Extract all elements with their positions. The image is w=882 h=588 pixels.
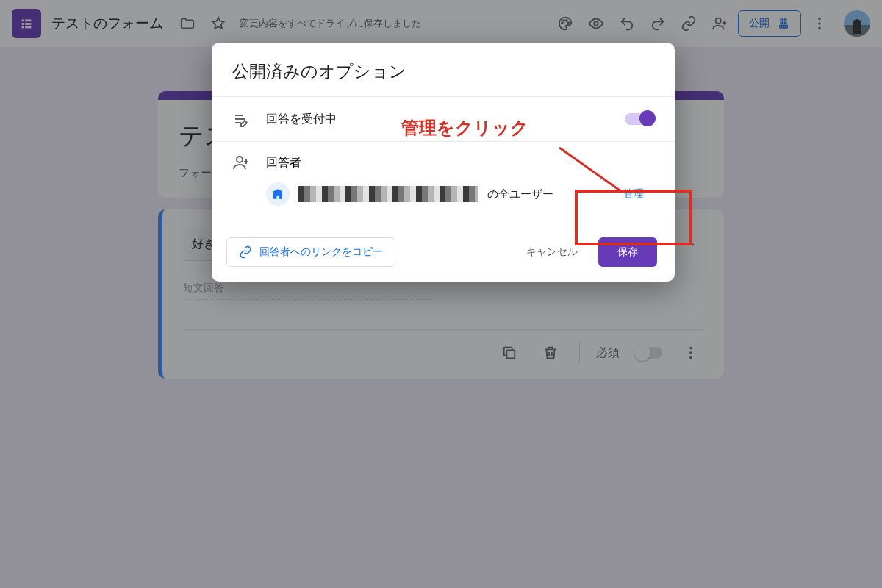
accepting-toggle[interactable]	[625, 113, 654, 125]
annotation-text: 管理をクリック	[401, 116, 528, 140]
org-name-redacted	[298, 186, 478, 202]
responders-label: 回答者	[266, 155, 301, 171]
copy-link-button[interactable]: 回答者へのリンクをコピー	[226, 237, 395, 267]
building-icon	[266, 182, 290, 206]
org-suffix: の全ユーザー	[487, 187, 553, 201]
annotation-box	[575, 190, 692, 245]
dialog-title: 公開済みのオプション	[212, 43, 675, 96]
svg-point-23	[237, 157, 243, 162]
link-icon	[239, 245, 252, 259]
copy-link-label: 回答者へのリンクをコピー	[259, 245, 383, 259]
publish-options-dialog: 公開済みのオプション 回答を受付中 回答者 の全ユーザー 管理 回答者へのリンク…	[212, 43, 675, 282]
person-add-icon	[232, 154, 250, 171]
edit-icon	[232, 110, 250, 128]
accepting-label: 回答を受付中	[266, 112, 337, 127]
